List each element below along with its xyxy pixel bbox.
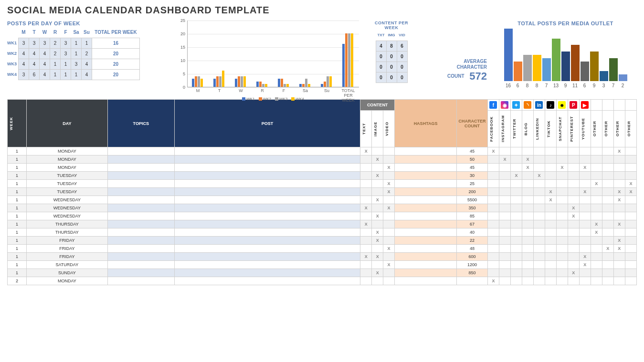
table-cell[interactable] bbox=[383, 155, 395, 164]
table-cell[interactable] bbox=[545, 277, 556, 285]
table-cell[interactable] bbox=[510, 212, 522, 220]
table-cell[interactable]: X bbox=[613, 245, 625, 253]
table-cell[interactable] bbox=[522, 237, 533, 245]
table-cell[interactable] bbox=[545, 253, 556, 261]
table-cell[interactable] bbox=[372, 245, 383, 253]
table-cell[interactable]: 1 bbox=[8, 237, 27, 245]
table-cell[interactable]: X bbox=[383, 164, 395, 172]
table-cell[interactable] bbox=[591, 164, 602, 172]
table-cell[interactable]: X bbox=[613, 237, 625, 245]
table-cell[interactable] bbox=[383, 172, 395, 180]
table-cell[interactable] bbox=[568, 261, 579, 269]
table-cell[interactable]: X bbox=[602, 245, 613, 253]
table-cell[interactable]: TUESDAY bbox=[26, 188, 107, 196]
table-cell[interactable] bbox=[510, 180, 522, 188]
table-cell[interactable] bbox=[383, 147, 395, 155]
table-cell[interactable] bbox=[395, 196, 457, 204]
table-cell[interactable] bbox=[499, 172, 510, 180]
table-cell[interactable] bbox=[556, 228, 568, 237]
table-cell[interactable]: FRIDAY bbox=[26, 237, 107, 245]
table-cell[interactable]: X bbox=[613, 188, 625, 196]
table-cell[interactable] bbox=[591, 277, 602, 285]
table-cell[interactable] bbox=[360, 172, 372, 180]
table-cell[interactable] bbox=[107, 147, 174, 155]
table-cell[interactable] bbox=[602, 188, 613, 196]
table-cell[interactable]: TUESDAY bbox=[26, 180, 107, 188]
table-cell[interactable] bbox=[383, 212, 395, 220]
table-cell[interactable] bbox=[533, 212, 545, 220]
table-cell[interactable]: 600 bbox=[457, 253, 488, 261]
table-cell[interactable]: WEDNESDAY bbox=[26, 212, 107, 220]
table-cell[interactable] bbox=[499, 237, 510, 245]
table-cell[interactable] bbox=[556, 277, 568, 285]
table-cell[interactable] bbox=[395, 237, 457, 245]
table-cell[interactable] bbox=[174, 188, 360, 196]
table-cell[interactable] bbox=[487, 204, 499, 212]
table-cell[interactable]: X bbox=[372, 212, 383, 220]
table-cell[interactable] bbox=[487, 269, 499, 277]
table-cell[interactable] bbox=[556, 180, 568, 188]
table-cell[interactable] bbox=[545, 155, 556, 164]
table-cell[interactable]: 5500 bbox=[457, 196, 488, 204]
table-cell[interactable]: MONDAY bbox=[26, 147, 107, 155]
table-cell[interactable] bbox=[499, 253, 510, 261]
table-cell[interactable] bbox=[602, 164, 613, 172]
table-cell[interactable]: X bbox=[579, 188, 591, 196]
table-cell[interactable] bbox=[510, 164, 522, 172]
table-cell[interactable]: X bbox=[499, 155, 510, 164]
table-cell[interactable] bbox=[107, 261, 174, 269]
table-cell[interactable] bbox=[568, 172, 579, 180]
table-cell[interactable]: X bbox=[372, 196, 383, 204]
table-cell[interactable] bbox=[499, 269, 510, 277]
table-cell[interactable] bbox=[602, 204, 613, 212]
table-cell[interactable]: 45 bbox=[457, 164, 488, 172]
table-cell[interactable] bbox=[487, 253, 499, 261]
table-cell[interactable] bbox=[579, 196, 591, 204]
table-cell[interactable] bbox=[383, 228, 395, 237]
table-cell[interactable]: 350 bbox=[457, 204, 488, 212]
table-cell[interactable] bbox=[625, 220, 636, 228]
table-cell[interactable]: 1 bbox=[8, 253, 27, 261]
table-cell[interactable] bbox=[174, 253, 360, 261]
table-cell[interactable]: 850 bbox=[457, 269, 488, 277]
table-cell[interactable] bbox=[591, 172, 602, 180]
table-cell[interactable] bbox=[625, 269, 636, 277]
table-cell[interactable]: X bbox=[591, 180, 602, 188]
table-cell[interactable] bbox=[499, 188, 510, 196]
table-cell[interactable] bbox=[533, 245, 545, 253]
table-cell[interactable]: 1 bbox=[8, 245, 27, 253]
table-cell[interactable]: MONDAY bbox=[26, 164, 107, 172]
table-cell[interactable] bbox=[579, 147, 591, 155]
table-cell[interactable]: THURSDAY bbox=[26, 228, 107, 237]
table-cell[interactable] bbox=[174, 212, 360, 220]
table-cell[interactable] bbox=[545, 147, 556, 155]
table-cell[interactable]: 1 bbox=[8, 196, 27, 204]
table-cell[interactable] bbox=[107, 269, 174, 277]
table-cell[interactable] bbox=[510, 228, 522, 237]
table-cell[interactable] bbox=[625, 155, 636, 164]
table-cell[interactable] bbox=[625, 147, 636, 155]
table-cell[interactable]: 67 bbox=[457, 220, 488, 228]
table-cell[interactable] bbox=[510, 155, 522, 164]
table-cell[interactable] bbox=[556, 147, 568, 155]
table-cell[interactable] bbox=[568, 220, 579, 228]
table-cell[interactable] bbox=[372, 261, 383, 269]
table-cell[interactable] bbox=[533, 147, 545, 155]
table-cell[interactable]: X bbox=[487, 277, 499, 285]
table-cell[interactable] bbox=[613, 164, 625, 172]
table-cell[interactable]: X bbox=[613, 147, 625, 155]
table-cell[interactable] bbox=[591, 147, 602, 155]
table-cell[interactable] bbox=[568, 228, 579, 237]
table-cell[interactable] bbox=[499, 261, 510, 269]
table-cell[interactable] bbox=[395, 188, 457, 196]
table-cell[interactable] bbox=[625, 212, 636, 220]
table-cell[interactable] bbox=[499, 228, 510, 237]
table-cell[interactable] bbox=[533, 228, 545, 237]
table-cell[interactable] bbox=[568, 277, 579, 285]
table-cell[interactable] bbox=[613, 172, 625, 180]
table-cell[interactable] bbox=[360, 196, 372, 204]
table-cell[interactable] bbox=[395, 164, 457, 172]
table-cell[interactable] bbox=[533, 269, 545, 277]
table-cell[interactable] bbox=[360, 277, 372, 285]
table-cell[interactable] bbox=[602, 180, 613, 188]
